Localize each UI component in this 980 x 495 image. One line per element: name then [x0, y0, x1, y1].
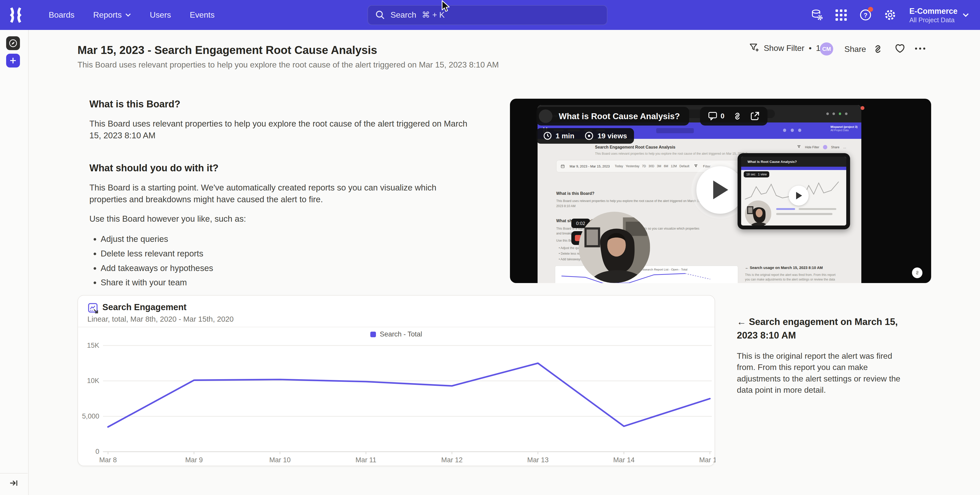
mini-board-subtitle: This Board uses relevant properties to h… — [595, 152, 748, 156]
mixpanel-logo-icon[interactable] — [8, 6, 23, 24]
search-icon — [375, 10, 385, 20]
nested-video-stats: 18 sec1 view — [744, 171, 769, 177]
section1-body: This Board uses relevant properties to h… — [89, 118, 476, 142]
section2-lead: Use this Board however you like, such as… — [89, 213, 476, 225]
plus-icon — [9, 57, 17, 65]
page-title: Mar 15, 2023 - Search Engagement Root Ca… — [78, 44, 377, 57]
svg-text:Mar 8: Mar 8 — [99, 456, 117, 464]
open-external-icon[interactable] — [750, 111, 760, 121]
mini-aside-heading: ← Search usage on March 15, 2023 8:10 AM — [745, 266, 842, 270]
svg-text:10K: 10K — [87, 377, 99, 385]
mini-project-selector: Mixpanel (project 3) All Project Data — [830, 125, 858, 132]
suggestion-list: Adjust the queries Delete less relevant … — [89, 234, 476, 288]
section2-body: This Board is a starting point. We've au… — [89, 182, 476, 205]
favorite-button[interactable] — [894, 43, 905, 53]
video-author-avatar — [539, 110, 553, 123]
settings-gear-button[interactable] — [884, 9, 896, 21]
global-search-input[interactable]: Search ⌘ + K — [368, 5, 608, 25]
mini-toolbar: Hide Filter Share … — [797, 145, 846, 149]
mini-board-title: Search Engagement Root Cause Analysis — [595, 145, 675, 150]
chevron-down-icon — [125, 13, 131, 17]
compass-icon — [9, 39, 18, 48]
nav-item-reports[interactable]: Reports — [85, 6, 139, 23]
show-filter-label: Show Filter — [764, 43, 804, 53]
video-title-bar: What is Root Cause Analysis? — [536, 107, 689, 126]
expand-sidebar-button[interactable] — [8, 477, 19, 489]
svg-text:Mar 11: Mar 11 — [355, 456, 377, 464]
report-card-search-engagement[interactable]: Search Engagement Linear, total, Mar 8th… — [78, 295, 715, 466]
new-board-button[interactable] — [6, 54, 20, 67]
clock-icon — [543, 131, 552, 140]
nav-item-boards[interactable]: Boards — [41, 6, 83, 23]
play-icon — [711, 179, 729, 201]
svg-text:5,000: 5,000 — [82, 412, 99, 420]
help-button[interactable]: ? — [859, 9, 872, 21]
more-options-button[interactable] — [915, 48, 925, 50]
video-stats: 1 min 19 views — [536, 128, 634, 144]
copy-link-button[interactable] — [873, 44, 883, 54]
top-navbar: Boards Reports Users Events Search ⌘ + K — [0, 0, 980, 30]
project-selector[interactable]: E-Commerce All Project Data — [909, 6, 969, 24]
report-subtitle: Linear, total, Mar 8th, 2020 - Mar 15th,… — [88, 315, 234, 323]
svg-text:?: ? — [864, 12, 867, 19]
filter-icon — [749, 43, 759, 53]
nested-play-button — [789, 186, 809, 205]
discover-boards-button[interactable] — [6, 36, 20, 50]
section2-title: What should you do with it? — [89, 162, 476, 173]
list-item: Adjust the queries — [100, 234, 476, 245]
nested-video-title: What is Root Cause Analysis? — [741, 157, 846, 167]
show-filter-button[interactable]: Show Filter • 1 — [749, 43, 821, 53]
svg-text:Mar 13: Mar 13 — [527, 456, 549, 464]
apps-grid-button[interactable] — [835, 9, 848, 21]
board-intro-text: What is this Board? This Board uses rele… — [89, 99, 476, 291]
nav-right-cluster: ? E-Commerce All Project Data — [811, 0, 969, 30]
engagement-line-chart[interactable]: 05,00010K15KMar 8Mar 9Mar 10Mar 11Mar 12… — [78, 327, 716, 466]
mini-aside-body: This is the original report the alert wa… — [745, 272, 839, 283]
project-name: E-Commerce — [909, 6, 958, 16]
link-icon — [873, 44, 883, 54]
mini-link-fab — [912, 267, 923, 278]
mini-section1-title: What is this Board? — [556, 191, 594, 196]
primary-nav: Boards Reports Users Events — [41, 6, 223, 23]
data-management-button[interactable] — [811, 9, 823, 21]
views-icon — [584, 131, 594, 141]
list-item: Share it with your team — [100, 277, 476, 288]
comment-icon[interactable] — [708, 112, 718, 121]
expand-sidebar-icon — [9, 478, 18, 488]
video-actions: 0 — [700, 107, 767, 126]
video-duration: 1 min — [556, 132, 574, 140]
nested-webcam-circle — [745, 201, 771, 226]
video-views: 19 views — [597, 132, 627, 140]
svg-text:Mar 14: Mar 14 — [613, 456, 635, 464]
share-button[interactable]: Share — [845, 45, 866, 54]
list-item: Delete less relevant reports — [100, 248, 476, 259]
aside-note: ← Search engagement on March 15, 2023 8:… — [737, 315, 902, 396]
page-subtitle: This Board uses relevant properties to h… — [78, 60, 499, 70]
svg-text:Mar 10: Mar 10 — [269, 456, 291, 464]
video-title: What is Root Cause Analysis? — [559, 111, 680, 121]
video-link-icon[interactable] — [733, 111, 742, 121]
svg-text:15K: 15K — [87, 342, 99, 349]
insights-report-icon — [88, 303, 99, 314]
mini-chart-card: [Content Discovery] Omnisearch Report Li… — [555, 266, 738, 283]
rail-divider — [0, 473, 28, 474]
nav-item-events[interactable]: Events — [181, 6, 223, 23]
svg-text:0: 0 — [95, 448, 99, 455]
svg-text:Mar 9: Mar 9 — [185, 456, 203, 464]
heart-icon — [894, 43, 905, 53]
comment-count: 0 — [721, 112, 724, 120]
recording-indicator-dot — [861, 106, 864, 110]
aside-body: This is the original report the alert wa… — [737, 350, 902, 396]
avatar[interactable]: CM — [820, 43, 833, 56]
tutorial-video-player[interactable]: Mar 15, 2023 - Board Mixpane — [510, 99, 931, 283]
left-rail — [0, 30, 29, 495]
project-scope: All Project Data — [909, 16, 958, 24]
nav-item-users[interactable]: Users — [142, 6, 179, 23]
aside-heading: ← Search engagement on March 15, 2023 8:… — [737, 315, 902, 342]
nested-video-tablet: What is Root Cause Analysis? 18 sec1 vie… — [738, 153, 850, 229]
mini-section1-body: This Board uses relevant properties to h… — [556, 199, 705, 209]
search-placeholder: Search — [391, 10, 416, 20]
chevron-down-icon — [963, 13, 969, 17]
report-title[interactable]: Search Engagement — [102, 302, 186, 312]
play-button[interactable] — [696, 166, 744, 214]
